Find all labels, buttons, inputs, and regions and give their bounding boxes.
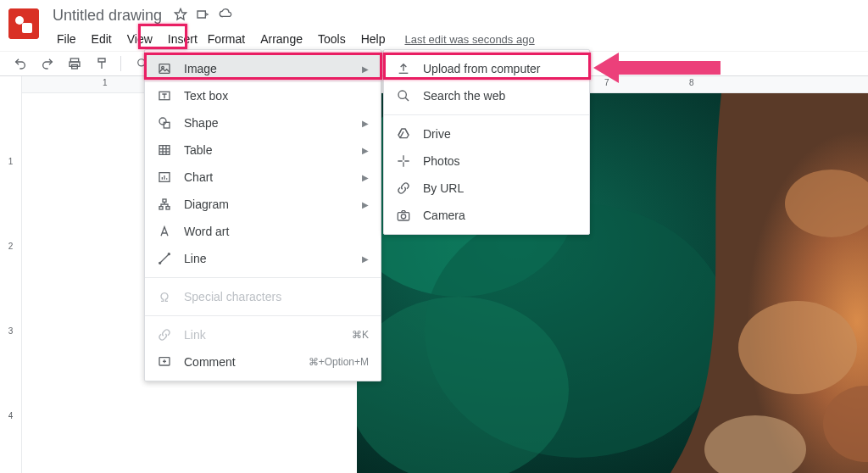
app-logo-icon[interactable] xyxy=(8,8,39,39)
star-icon[interactable] xyxy=(174,8,187,24)
menu-item-label: By URL xyxy=(423,181,577,195)
shortcut-text: ⌘K xyxy=(352,329,369,341)
image-drive[interactable]: Drive xyxy=(384,120,589,147)
menu-item-label: Table xyxy=(184,143,350,157)
menu-item-label: Chart xyxy=(184,170,350,184)
camera-icon xyxy=(396,209,411,222)
menu-item-label: Line xyxy=(184,252,350,265)
menu-item-label: Search the web xyxy=(423,89,577,103)
svg-point-36 xyxy=(168,253,170,255)
svg-marker-3 xyxy=(175,8,186,19)
menu-item-label: Photos xyxy=(423,154,577,168)
shape-icon xyxy=(157,116,172,130)
svg-line-34 xyxy=(160,254,170,264)
hruler-tick: 1 xyxy=(103,78,108,87)
insert-special-characters: Special characters xyxy=(145,283,381,310)
svg-rect-22 xyxy=(159,146,170,155)
menu-item-label: Link xyxy=(184,328,340,342)
shortcut-text: ⌘+Option+M xyxy=(309,356,369,368)
toolbar-separator xyxy=(120,56,121,71)
photos-icon xyxy=(396,154,411,168)
menu-separator xyxy=(145,277,381,278)
svg-point-35 xyxy=(159,262,161,264)
menu-separator xyxy=(384,114,589,115)
insert-chart[interactable]: Chart ▶ xyxy=(145,164,381,191)
svg-point-43 xyxy=(401,214,405,219)
omega-icon xyxy=(157,290,172,303)
menu-item-label: Special characters xyxy=(184,290,369,303)
menu-item-label: Diagram xyxy=(184,198,350,211)
menu-edit[interactable]: Edit xyxy=(84,28,120,50)
svg-point-14 xyxy=(738,301,857,394)
menu-item-label: Camera xyxy=(423,209,577,222)
submenu-arrow-icon: ▶ xyxy=(362,146,369,155)
submenu-arrow-icon: ▶ xyxy=(362,119,369,128)
insert-table[interactable]: Table ▶ xyxy=(145,136,381,164)
text-box-icon xyxy=(157,89,172,103)
diagram-icon xyxy=(157,198,172,211)
undo-button[interactable] xyxy=(8,53,32,74)
menu-item-label: Text box xyxy=(184,89,369,103)
insert-line[interactable]: Line ▶ xyxy=(145,245,381,272)
link-icon xyxy=(157,328,172,342)
drive-icon xyxy=(396,127,411,141)
submenu-arrow-icon: ▶ xyxy=(362,254,369,264)
menu-format[interactable]: Format xyxy=(205,28,253,50)
menu-item-label: Comment xyxy=(184,355,297,369)
svg-rect-31 xyxy=(163,199,166,202)
annotation-highlight-image xyxy=(144,53,382,80)
menu-tools[interactable]: Tools xyxy=(310,28,353,50)
vruler-tick: 1 xyxy=(0,157,21,166)
line-icon xyxy=(157,252,172,265)
insert-text-box[interactable]: Text box xyxy=(145,82,381,109)
word-art-icon xyxy=(157,225,172,238)
vruler-tick: 4 xyxy=(0,411,21,420)
cloud-status-icon[interactable] xyxy=(218,8,233,24)
menu-separator xyxy=(145,315,381,316)
insert-shape[interactable]: Shape ▶ xyxy=(145,109,381,136)
search-icon xyxy=(396,89,411,103)
image-by-url[interactable]: By URL xyxy=(384,175,589,202)
menu-arrange[interactable]: Arrange xyxy=(253,28,310,50)
svg-rect-21 xyxy=(164,122,170,128)
vruler-tick: 2 xyxy=(0,242,21,251)
menu-item-label: Shape xyxy=(184,116,350,130)
submenu-arrow-icon: ▶ xyxy=(362,200,369,209)
vruler-tick: 3 xyxy=(0,326,21,336)
annotation-highlight-insert xyxy=(138,24,187,49)
paint-format-button[interactable] xyxy=(90,53,114,74)
mensup-item-label: Drive xyxy=(423,127,577,141)
chart-icon xyxy=(157,170,172,184)
image-camera[interactable]: Camera xyxy=(384,202,589,229)
title-bar: Untitled drawing File Edit View Insert F… xyxy=(0,0,868,51)
insert-link: Link ⌘K xyxy=(145,321,381,348)
last-edit-text[interactable]: Last edit was seconds ago xyxy=(404,33,534,46)
menu-file[interactable]: File xyxy=(49,28,84,50)
menu-help[interactable]: Help xyxy=(353,28,393,50)
svg-point-1 xyxy=(15,16,24,25)
hruler-tick: 8 xyxy=(689,78,694,87)
menu-item-label: Word art xyxy=(184,225,369,238)
hruler-tick: 7 xyxy=(604,78,609,87)
svg-rect-33 xyxy=(166,207,170,209)
insert-menu-dropdown: Image ▶ Text box Shape ▶ Table ▶ Chart ▶… xyxy=(144,49,381,381)
print-button[interactable] xyxy=(63,53,86,74)
table-icon xyxy=(157,143,172,157)
image-search-web[interactable]: Search the web xyxy=(384,82,589,109)
insert-comment[interactable]: Comment ⌘+Option+M xyxy=(145,348,381,376)
link-icon xyxy=(396,181,411,195)
move-icon[interactable] xyxy=(196,8,209,24)
svg-rect-2 xyxy=(22,23,32,33)
insert-word-art[interactable]: Word art xyxy=(145,218,381,245)
annotation-highlight-upload xyxy=(383,53,591,80)
submenu-arrow-icon: ▶ xyxy=(362,173,369,182)
svg-rect-32 xyxy=(159,207,163,209)
svg-line-41 xyxy=(405,97,409,101)
vertical-ruler: 1 2 3 4 xyxy=(0,76,22,473)
insert-diagram[interactable]: Diagram ▶ xyxy=(145,191,381,218)
svg-point-40 xyxy=(398,91,406,98)
image-photos[interactable]: Photos xyxy=(384,147,589,175)
svg-point-20 xyxy=(159,118,166,125)
menu-bar: File Edit View Insert Format Arrange Too… xyxy=(49,28,535,50)
redo-button[interactable] xyxy=(36,53,59,74)
